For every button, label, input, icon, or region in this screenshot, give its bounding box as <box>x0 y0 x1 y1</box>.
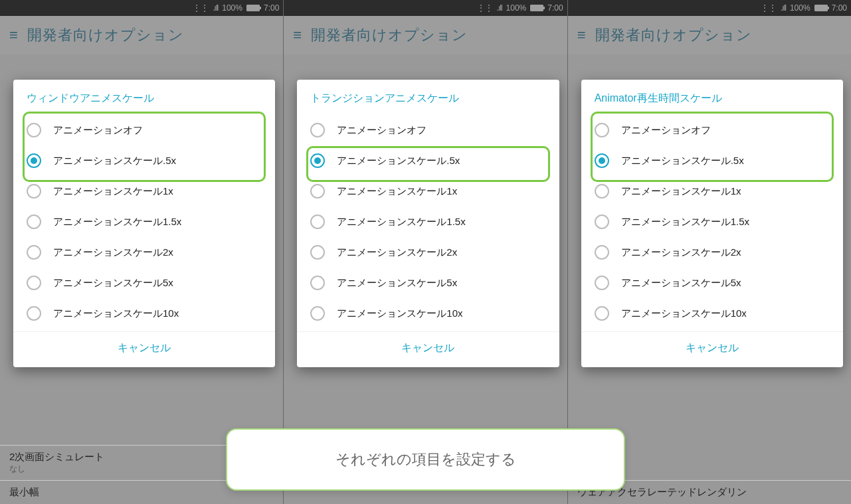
radio-icon <box>27 245 41 260</box>
option-15x[interactable]: アニメーションスケール1.5x <box>13 207 275 237</box>
option-label: アニメーションスケール1.5x <box>337 216 465 228</box>
option-label: アニメーションスケール10x <box>621 307 747 320</box>
radio-icon <box>27 123 41 137</box>
option-05x[interactable]: アニメーションスケール.5x <box>13 145 275 176</box>
option-10x[interactable]: アニメーションスケール10x <box>297 298 559 329</box>
app-bar-title: 開発者向けオプション <box>311 25 468 45</box>
app-bar: ≡ 開発者向けオプション <box>284 16 567 54</box>
dialog-title: トランジションアニメスケール <box>297 80 559 112</box>
option-5x[interactable]: アニメーションスケール5x <box>13 268 275 298</box>
radio-icon <box>595 245 609 260</box>
option-2x[interactable]: アニメーションスケール2x <box>297 237 559 268</box>
status-bar: ⋮⋮ .ıll 100% 7:00 <box>284 0 567 16</box>
cancel-button[interactable]: キャンセル <box>297 331 559 365</box>
clock: 7:00 <box>264 3 279 13</box>
option-10x[interactable]: アニメーションスケール10x <box>13 298 275 329</box>
app-bar-title: 開発者向けオプション <box>595 25 752 45</box>
option-5x[interactable]: アニメーションスケール5x <box>297 268 559 298</box>
dialog-title: Animator再生時間スケール <box>581 80 843 112</box>
dialog: トランジションアニメスケール アニメーションオフ アニメーションスケール.5x … <box>297 80 559 367</box>
option-label: アニメーションスケール10x <box>53 307 179 320</box>
radio-icon <box>310 184 325 199</box>
radio-icon <box>310 153 325 168</box>
radio-icon <box>27 153 41 168</box>
cancel-button[interactable]: キャンセル <box>581 331 843 365</box>
radio-icon <box>27 184 41 199</box>
radio-icon <box>27 214 41 229</box>
option-label: アニメーションオフ <box>337 124 426 137</box>
option-10x[interactable]: アニメーションスケール10x <box>581 298 843 329</box>
option-label: アニメーションスケール1.5x <box>621 216 749 228</box>
option-label: アニメーションスケール1x <box>53 185 173 198</box>
cancel-button[interactable]: キャンセル <box>13 331 275 365</box>
option-label: アニメーションスケール1.5x <box>53 216 181 228</box>
option-label: アニメーションスケール5x <box>337 277 457 290</box>
radio-icon <box>310 214 325 229</box>
caption-text: それぞれの項目を設定する <box>335 451 516 467</box>
clock: 7:00 <box>547 3 563 13</box>
option-5x[interactable]: アニメーションスケール5x <box>581 268 843 298</box>
dialog: ウィンドウアニメスケール アニメーションオフ アニメーションスケール.5x アニ… <box>13 80 275 367</box>
battery-icon <box>530 5 543 11</box>
status-bar: ⋮⋮ .ıll 100% 7:00 <box>0 0 283 16</box>
radio-icon <box>310 306 325 321</box>
option-label: アニメーションスケール.5x <box>621 155 744 167</box>
hamburger-icon[interactable]: ≡ <box>293 27 302 44</box>
status-bar: ⋮⋮ .ıll 100% 7:00 <box>568 0 851 16</box>
option-15x[interactable]: アニメーションスケール1.5x <box>297 207 559 237</box>
dialog: Animator再生時間スケール アニメーションオフ アニメーションスケール.5… <box>581 80 843 367</box>
radio-group: アニメーションオフ アニメーションスケール.5x アニメーションスケール1x ア… <box>297 112 559 331</box>
option-1x[interactable]: アニメーションスケール1x <box>13 176 275 207</box>
radio-group: アニメーションオフ アニメーションスケール.5x アニメーションスケール1x ア… <box>581 112 843 331</box>
radio-icon <box>310 276 325 290</box>
option-label: アニメーションスケール5x <box>621 277 741 290</box>
option-label: アニメーションスケール1x <box>621 185 741 198</box>
hamburger-icon[interactable]: ≡ <box>9 27 18 44</box>
option-label: アニメーションスケール2x <box>53 246 173 259</box>
option-label: アニメーションスケール.5x <box>53 155 176 167</box>
option-1x[interactable]: アニメーションスケール1x <box>581 176 843 207</box>
radio-icon <box>310 245 325 260</box>
wifi-icon: ⋮⋮ <box>193 3 209 13</box>
setting-label: 最小幅 <box>9 486 39 497</box>
option-label: アニメーションスケール1x <box>337 185 457 198</box>
radio-icon <box>27 306 41 321</box>
radio-icon <box>595 214 609 229</box>
radio-icon <box>595 153 609 168</box>
option-05x[interactable]: アニメーションスケール.5x <box>297 145 559 176</box>
app-bar: ≡ 開発者向けオプション <box>0 16 283 54</box>
caption-bubble: それぞれの項目を設定する <box>226 428 625 491</box>
option-label: アニメーションスケール5x <box>53 277 173 290</box>
radio-icon <box>595 306 609 321</box>
option-label: アニメーションオフ <box>53 124 143 137</box>
radio-icon <box>595 184 609 199</box>
wifi-icon: ⋮⋮ <box>477 3 493 13</box>
option-05x[interactable]: アニメーションスケール.5x <box>581 145 843 176</box>
app-bar-title: 開発者向けオプション <box>27 25 184 45</box>
option-label: アニメーションスケール2x <box>621 246 741 259</box>
option-1x[interactable]: アニメーションスケール1x <box>297 176 559 207</box>
radio-icon <box>27 276 41 290</box>
battery-icon <box>814 5 828 11</box>
signal-icon: .ıll <box>497 3 502 13</box>
wifi-icon: ⋮⋮ <box>761 3 777 13</box>
setting-label: 2次画面シミュレート <box>9 451 104 462</box>
option-2x[interactable]: アニメーションスケール2x <box>581 237 843 268</box>
option-15x[interactable]: アニメーションスケール1.5x <box>581 207 843 237</box>
radio-group: アニメーションオフ アニメーションスケール.5x アニメーションスケール1x ア… <box>13 112 275 331</box>
option-off[interactable]: アニメーションオフ <box>297 115 559 145</box>
option-label: アニメーションスケール.5x <box>337 155 460 167</box>
hamburger-icon[interactable]: ≡ <box>577 27 586 44</box>
option-off[interactable]: アニメーションオフ <box>581 115 843 145</box>
option-label: アニメーションスケール2x <box>337 246 457 259</box>
radio-icon <box>595 123 609 137</box>
option-off[interactable]: アニメーションオフ <box>13 115 275 145</box>
dialog-title: ウィンドウアニメスケール <box>13 80 275 112</box>
clock: 7:00 <box>832 3 847 13</box>
option-2x[interactable]: アニメーションスケール2x <box>13 237 275 268</box>
app-bar: ≡ 開発者向けオプション <box>568 16 851 54</box>
option-label: アニメーションスケール10x <box>337 307 462 320</box>
battery-icon <box>246 5 260 11</box>
battery-percent: 100% <box>506 3 527 13</box>
signal-icon: .ıll <box>213 3 218 13</box>
